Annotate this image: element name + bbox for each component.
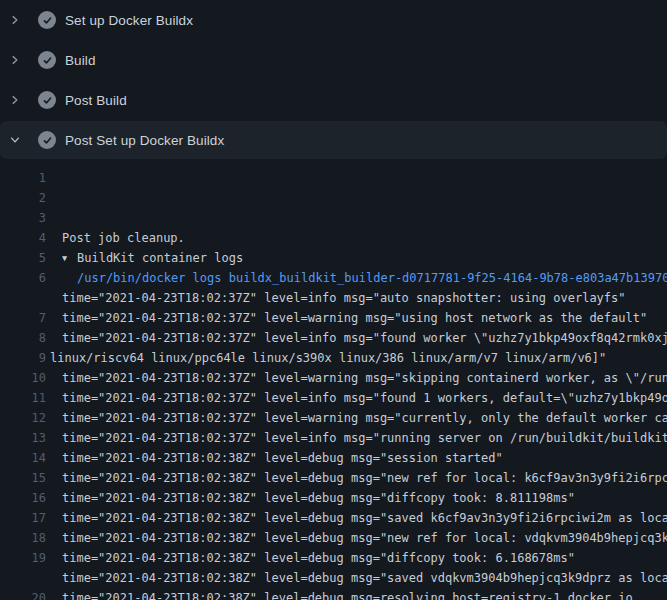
- log-line-number[interactable]: 11: [0, 388, 46, 408]
- log-line-number[interactable]: 5: [0, 248, 46, 268]
- log-line: ▼application/vnd.oci.image.index.v1+json…: [0, 568, 667, 588]
- step-section-label: Build: [65, 53, 96, 68]
- log-line-number[interactable]: 13: [0, 428, 46, 448]
- log-line-number[interactable]: 8: [0, 328, 46, 348]
- log-line: 18 ▼time="2021-04-23T18:02:38Z" level=de…: [0, 528, 667, 548]
- log-line-number[interactable]: 4: [0, 228, 46, 248]
- log-line: 20 ▼time="2021-04-23T18:02:38Z" level=de…: [0, 588, 667, 600]
- step-sections-list: Set up Docker Buildx Build Post Build: [0, 0, 667, 159]
- log-line-number[interactable]: 2: [0, 188, 46, 208]
- step-section-header[interactable]: Set up Docker Buildx: [0, 0, 667, 40]
- log-line-number[interactable]: 20: [0, 588, 46, 600]
- chevron-right-icon: [8, 13, 22, 27]
- log-line: 17 ▼time="2021-04-23T18:02:38Z" level=de…: [0, 508, 667, 528]
- log-line-number[interactable]: 17: [0, 508, 46, 528]
- log-line: 10 ▼time="2021-04-23T18:02:37Z" level=in…: [0, 368, 667, 388]
- log-line: 13 ▼time="2021-04-23T18:02:38Z" level=de…: [0, 428, 667, 448]
- step-section-label: Post Set up Docker Buildx: [65, 133, 224, 148]
- check-circle-icon: [38, 51, 56, 69]
- log-line-number[interactable]: 16: [0, 488, 46, 508]
- log-line-number[interactable]: 1: [0, 168, 46, 188]
- log-line-number[interactable]: 19: [0, 548, 46, 568]
- step-section-label: Post Build: [65, 93, 127, 108]
- log-line: 19 ▼time="2021-04-23T18:02:38Z" level=de…: [0, 548, 667, 568]
- log-line: 8 ▼time="2021-04-23T18:02:37Z" level=inf…: [0, 328, 667, 348]
- check-circle-icon: [38, 91, 56, 109]
- step-section-header[interactable]: Post Set up Docker Buildx: [0, 121, 667, 159]
- log-line: 12 ▼time="2021-04-23T18:02:38Z" level=de…: [0, 408, 667, 428]
- log-line: ▼linux/riscv64 linux/ppc64le linux/s390x…: [0, 288, 667, 308]
- chevron-right-icon: [8, 53, 22, 67]
- log-line: 9 ▼time="2021-04-23T18:02:37Z" level=war…: [0, 348, 667, 368]
- log-line-number[interactable]: 10: [0, 368, 46, 388]
- log-line-number[interactable]: 3: [0, 208, 46, 228]
- step-section-header[interactable]: Build: [0, 40, 667, 80]
- log-line: 15 ▼time="2021-04-23T18:02:38Z" level=de…: [0, 468, 667, 488]
- log-line: 14 ▼time="2021-04-23T18:02:38Z" level=de…: [0, 448, 667, 468]
- log-line: 16 ▼time="2021-04-23T18:02:38Z" level=de…: [0, 488, 667, 508]
- check-circle-icon: [38, 11, 56, 29]
- step-section-label: Set up Docker Buildx: [65, 13, 193, 28]
- log-line: 6 ▼time="2021-04-23T18:02:37Z" level=inf…: [0, 268, 667, 288]
- log-line: 1 ▼Post job cleanup.: [0, 168, 667, 188]
- check-circle-icon: [38, 131, 56, 149]
- log-line-number[interactable]: 18: [0, 528, 46, 548]
- log-line: 3 ▼/usr/bin/docker logs buildx_buildkit_…: [0, 208, 667, 228]
- chevron-down-icon: [8, 133, 22, 147]
- log-line-number[interactable]: 9: [0, 348, 46, 368]
- step-section-header[interactable]: Post Build: [0, 80, 667, 120]
- log-line-number[interactable]: 14: [0, 448, 46, 468]
- log-line-number[interactable]: 15: [0, 468, 46, 488]
- chevron-right-icon: [8, 93, 22, 107]
- log-line: 2 ▼BuildKit container logs: [0, 188, 667, 208]
- log-line: 5 ▼time="2021-04-23T18:02:37Z" level=war…: [0, 248, 667, 268]
- log-line-number[interactable]: 6: [0, 268, 46, 288]
- log-line-number[interactable]: 12: [0, 408, 46, 428]
- log-line-number[interactable]: 7: [0, 308, 46, 328]
- log-line: 11 ▼time="2021-04-23T18:02:38Z" level=de…: [0, 388, 667, 408]
- log-viewer: 1 ▼Post job cleanup. 2 ▼BuildKit contain…: [0, 159, 667, 600]
- log-line: 4 ▼time="2021-04-23T18:02:37Z" level=inf…: [0, 228, 667, 248]
- log-line: 7 ▼time="2021-04-23T18:02:37Z" level=war…: [0, 308, 667, 328]
